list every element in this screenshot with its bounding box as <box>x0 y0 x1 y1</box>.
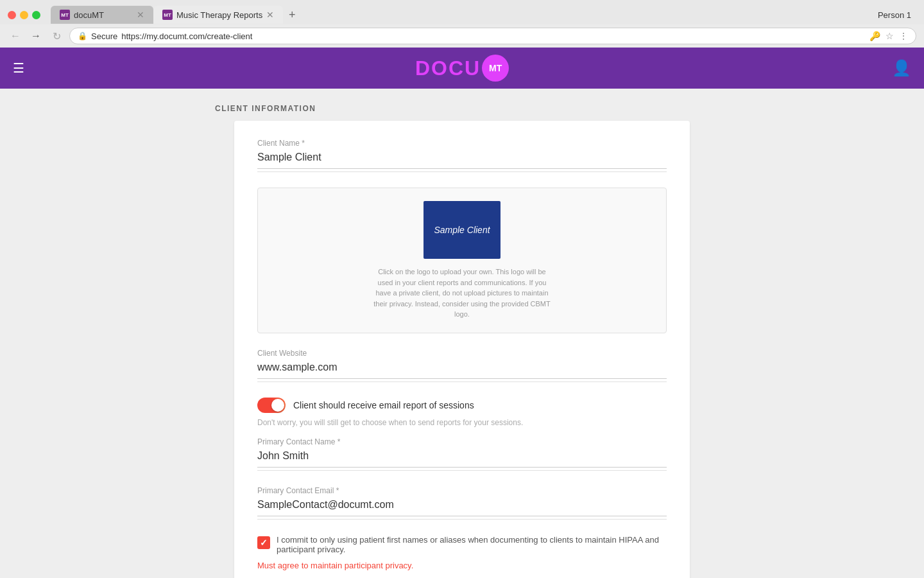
email-toggle-row: Client should receive email report of se… <box>257 398 667 413</box>
primary-contact-name-input[interactable] <box>257 450 667 468</box>
tab-documt[interactable]: MT docuMT ✕ <box>51 6 153 24</box>
checkmark-icon: ✓ <box>260 538 268 548</box>
app-logo: DOCU MT <box>415 55 509 82</box>
tab-favicon-music: MT <box>162 10 173 20</box>
logo-text: DOCU <box>415 57 481 80</box>
new-tab-button[interactable]: + <box>283 6 301 24</box>
primary-contact-name-field: Primary Contact Name * <box>257 437 667 471</box>
client-name-field: Client Name * <box>257 139 667 172</box>
secure-icon: 🔒 <box>78 31 87 40</box>
tab-label-music: Music Therapy Reports <box>176 10 262 20</box>
url-text: https://my.documt.com/create-client <box>121 31 252 41</box>
browser-titlebar: MT docuMT ✕ MT Music Therapy Reports ✕ +… <box>0 0 924 48</box>
person-label: Person 1 <box>878 10 916 20</box>
address-bar-row: ← → ↻ 🔒 Secure https://my.documt.com/cre… <box>0 24 924 48</box>
primary-contact-name-label: Primary Contact Name * <box>257 437 667 446</box>
hipaa-checkbox-row: ✓ I commit to only using patient first n… <box>257 535 667 554</box>
primary-contact-email-label: Primary Contact Email * <box>257 486 667 495</box>
hamburger-menu-icon[interactable]: ☰ <box>13 60 24 76</box>
star-icon: ☆ <box>886 31 894 41</box>
tab-close-documt[interactable]: ✕ <box>137 10 144 20</box>
close-traffic-light[interactable] <box>8 11 16 19</box>
logo-preview[interactable]: Sample Client <box>424 201 501 259</box>
email-toggle-help: Don't worry, you will still get to choos… <box>257 418 667 427</box>
tab-music-therapy[interactable]: MT Music Therapy Reports ✕ <box>153 6 283 24</box>
client-website-input[interactable] <box>257 362 667 379</box>
client-website-field: Client Website <box>257 349 667 382</box>
secure-label: Secure <box>91 31 117 41</box>
logo-upload-area[interactable]: Sample Client Click on the logo to uploa… <box>257 188 667 333</box>
url-bar[interactable]: 🔒 Secure https://my.documt.com/create-cl… <box>69 28 916 44</box>
traffic-lights <box>8 11 40 19</box>
section-title: CLIENT INFORMATION <box>215 104 924 113</box>
app-header: ☰ DOCU MT 👤 <box>0 48 924 89</box>
user-account-icon[interactable]: 👤 <box>892 59 911 77</box>
hipaa-checkbox[interactable]: ✓ <box>257 536 270 549</box>
logo-badge: MT <box>482 55 509 82</box>
key-icon: 🔑 <box>869 31 880 41</box>
client-name-label: Client Name * <box>257 139 667 148</box>
tab-label-documt: docuMT <box>74 10 104 20</box>
error-message: Must agree to maintain participant priva… <box>257 561 667 570</box>
email-toggle[interactable] <box>257 398 286 413</box>
forward-button[interactable]: → <box>28 28 44 44</box>
hipaa-text: I commit to only using patient first nam… <box>277 535 667 554</box>
email-toggle-label: Client should receive email report of se… <box>293 400 474 410</box>
primary-contact-email-field: Primary Contact Email * <box>257 486 667 520</box>
toggle-knob <box>271 399 284 412</box>
minimize-traffic-light[interactable] <box>20 11 28 19</box>
page-content: CLIENT INFORMATION Client Name * Sample … <box>0 89 924 578</box>
form-card: Client Name * Sample Client Click on the… <box>234 121 690 578</box>
primary-contact-email-input[interactable] <box>257 499 667 516</box>
logo-preview-text: Sample Client <box>434 225 490 235</box>
client-website-label: Client Website <box>257 349 667 358</box>
refresh-button[interactable]: ↻ <box>49 28 64 44</box>
tab-favicon-documt: MT <box>60 10 70 20</box>
menu-dots-icon: ⋮ <box>899 31 908 41</box>
back-button[interactable]: ← <box>8 28 23 44</box>
tab-close-music[interactable]: ✕ <box>266 10 274 20</box>
client-name-input[interactable] <box>257 152 667 169</box>
maximize-traffic-light[interactable] <box>32 11 40 19</box>
logo-help-text: Click on the logo to upload your own. Th… <box>372 267 552 320</box>
